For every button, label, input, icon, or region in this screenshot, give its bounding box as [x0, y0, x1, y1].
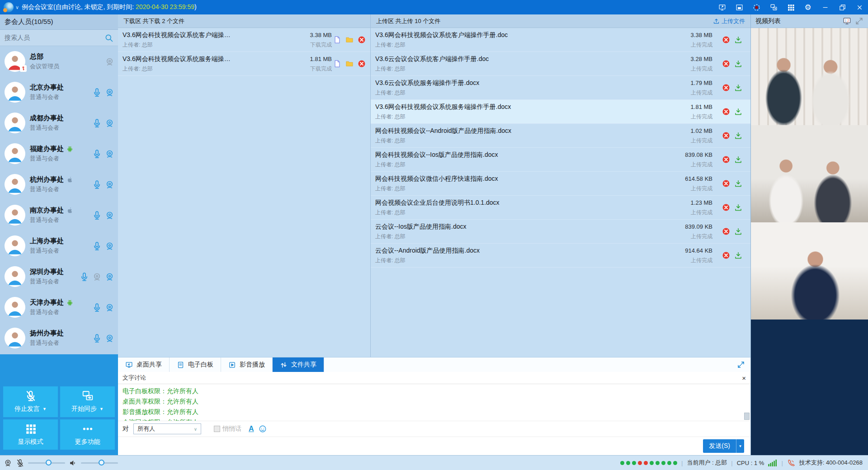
upload-file-row[interactable]: V3.6云会议会议系统客户端操作手册.doc上传者: 总部3.28 MB上传完成 [371, 52, 750, 76]
delete-icon[interactable] [722, 227, 730, 235]
download-icon[interactable] [734, 203, 742, 212]
delete-icon[interactable] [358, 36, 366, 44]
upload-file-row[interactable]: V3.6网会科技视频会议系统客户端操作手册.doc上传者: 总部3.38 MB上… [371, 28, 750, 52]
mic-icon[interactable] [92, 211, 102, 220]
download-icon[interactable] [734, 60, 742, 68]
message-input[interactable]: 发送(S) ▼ [118, 437, 750, 455]
video-thumbnail-1[interactable] [751, 28, 868, 125]
tab-desktop-share[interactable]: 桌面共享 [118, 357, 170, 372]
chat-messages[interactable]: 电子白板权限：允许所有人桌面共享权限：允许所有人影音播放权限：允许所有人会议同步… [118, 384, 750, 421]
participant-row[interactable]: 北京办事处普通与会者 [0, 77, 118, 108]
webcam-icon[interactable] [105, 334, 114, 343]
download-icon[interactable] [734, 227, 742, 235]
font-color-button[interactable]: A [249, 425, 254, 433]
minimize-button[interactable] [816, 0, 834, 14]
download-file-row[interactable]: V3.6网会科技视频会议系统客户端操作手册.doc上传者: 总部3.38 MB下… [118, 28, 370, 52]
delete-icon[interactable] [722, 203, 730, 212]
video-thumbnail-2[interactable] [751, 125, 868, 222]
mic-volume-slider[interactable] [28, 462, 65, 464]
participant-row[interactable]: 福建办事处普通与会者 [0, 138, 118, 169]
upload-file-row[interactable]: 云会议--Ios版产品使用指南.docx上传者: 总部839.09 KB上传完成 [371, 220, 750, 244]
restore-button[interactable] [834, 0, 851, 14]
mic-icon[interactable] [92, 88, 102, 97]
mic-icon[interactable] [92, 303, 102, 312]
upload-file-row[interactable]: 网会科技视频会议--Ios版产品使用指南.docx上传者: 总部839.08 K… [371, 148, 750, 172]
screen-12-icon[interactable]: 12 [843, 17, 851, 25]
delete-icon[interactable] [722, 179, 730, 188]
webcam-icon[interactable] [105, 118, 114, 128]
delete-icon[interactable] [722, 60, 730, 68]
participant-row[interactable]: 南京办事处普通与会者 [0, 200, 118, 230]
dropdown-arrow-icon[interactable]: ▼ [42, 407, 47, 411]
webcam-icon[interactable] [105, 241, 114, 251]
screen-share-icon[interactable] [713, 0, 731, 14]
sync-screens-icon[interactable] [765, 0, 782, 14]
download-icon[interactable] [734, 179, 742, 188]
speaker-volume-slider[interactable] [81, 462, 118, 464]
control-button[interactable]: 显示模式 [3, 419, 58, 450]
delete-icon[interactable] [358, 60, 366, 68]
download-icon[interactable] [734, 132, 742, 140]
tab-file-share[interactable]: 文件共享 [273, 357, 324, 372]
control-button[interactable]: 更多功能 [60, 419, 115, 450]
upload-file-row[interactable]: 网会视频会议企业后台使用说明书1.0.1.docx上传者: 总部1.23 MB上… [371, 196, 750, 220]
mic-icon[interactable] [92, 149, 102, 159]
download-icon[interactable] [734, 84, 742, 92]
webcam-icon[interactable] [4, 459, 12, 467]
webcam-icon[interactable] [105, 211, 114, 220]
search-input[interactable]: 搜索人员 [5, 34, 104, 42]
participant-row[interactable]: 上海办事处普通与会者 [0, 230, 118, 261]
delete-icon[interactable] [722, 155, 730, 164]
emoji-button[interactable] [259, 425, 267, 433]
download-icon[interactable] [734, 155, 742, 164]
chevron-down-icon[interactable]: ∨ [15, 5, 19, 10]
upload-file-row[interactable]: 网会科技视频会议--Android版产品使用指南.docx上传者: 总部1.02… [371, 124, 750, 148]
speaker-icon[interactable] [69, 459, 77, 467]
webcam-icon[interactable] [105, 180, 114, 189]
webcam-icon[interactable] [105, 57, 114, 66]
delete-icon[interactable] [722, 108, 730, 116]
upload-file-row[interactable]: 网会科技视频会议微信小程序快速指南.docx上传者: 总部614.58 KB上传… [371, 172, 750, 196]
mic-icon[interactable] [80, 272, 89, 282]
video-thumbnail-3[interactable] [751, 222, 868, 320]
delete-icon[interactable] [722, 36, 730, 44]
download-file-row[interactable]: V3.6网会科技视频会议系统服务端操作手册.docx上传者: 总部1.81 MB… [118, 52, 370, 76]
participant-row[interactable]: 深圳办事处普通与会者 [0, 261, 118, 292]
mic-icon[interactable] [92, 334, 102, 343]
delete-icon[interactable] [722, 251, 730, 259]
control-button[interactable]: 开始同步▼ [60, 386, 115, 417]
tab-whiteboard[interactable]: 电子白板 [170, 357, 221, 372]
send-dropdown-arrow[interactable]: ▼ [736, 439, 744, 453]
upload-file-row[interactable]: V3.6网会科技视频会议系统服务端操作手册.docx上传者: 总部1.81 MB… [371, 100, 750, 124]
expand-icon[interactable] [855, 17, 863, 25]
download-icon[interactable] [734, 36, 742, 44]
delete-icon[interactable] [722, 84, 730, 92]
send-button[interactable]: 发送(S) ▼ [703, 439, 744, 453]
mic-icon[interactable] [92, 180, 102, 189]
participant-row[interactable]: 成都办事处普通与会者 [0, 108, 118, 138]
upload-file-button[interactable]: 上传文件 [713, 17, 745, 25]
participant-row[interactable]: 扬州办事处普通与会者 [0, 323, 118, 353]
webcam-icon[interactable] [105, 272, 114, 282]
tab-media-play[interactable]: 影音播放 [221, 357, 273, 372]
doc-file-icon[interactable] [333, 36, 341, 44]
expand-icon[interactable] [737, 361, 745, 369]
participant-row[interactable]: 天津办事处普通与会者 [0, 292, 118, 323]
folder-icon[interactable] [345, 60, 354, 68]
download-icon[interactable] [734, 251, 742, 259]
webcam-icon[interactable] [92, 272, 102, 282]
record-icon[interactable] [748, 0, 765, 14]
grid-icon[interactable] [782, 0, 799, 14]
recipient-select[interactable]: 所有人 ∨ [133, 423, 201, 434]
settings-gear-icon[interactable]: ⚙ [799, 0, 816, 14]
participant-row[interactable]: 杭州办事处普通与会者 [0, 169, 118, 200]
doc-file-icon[interactable] [333, 60, 341, 68]
mic-icon[interactable] [92, 241, 102, 251]
delete-icon[interactable] [722, 132, 730, 140]
participant-row[interactable]: 总部会议管理员 [0, 46, 118, 77]
mic-icon[interactable] [92, 118, 102, 128]
chat-scrollbar-thumb[interactable] [744, 413, 750, 420]
close-button[interactable] [851, 0, 868, 14]
control-button[interactable]: 停止发言▼ [3, 386, 58, 417]
window-mode-icon[interactable] [731, 0, 748, 14]
